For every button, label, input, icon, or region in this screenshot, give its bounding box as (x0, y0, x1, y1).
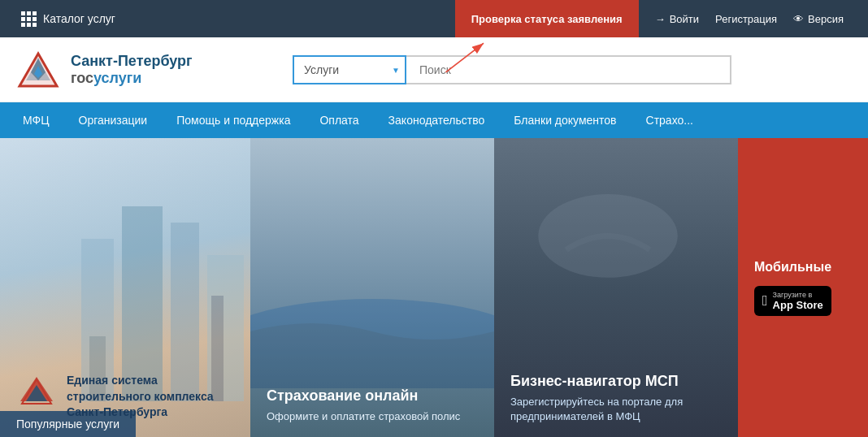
appstore-big-text: App Store (773, 299, 823, 311)
version-label: Версия (808, 13, 844, 25)
logo-uslugi: услуги (93, 70, 141, 86)
logo-area[interactable]: Санкт-Петербург госуслуги (16, 50, 244, 90)
card-2-desc: Оформите и оплатите страховой полис (267, 409, 478, 424)
card-construction[interactable]: Единая система строительного комплекса С… (0, 138, 250, 437)
card-4-title: Мобильные (754, 259, 831, 276)
search-category-wrapper: Услуги (293, 55, 406, 84)
catalog-button[interactable]: Каталог услуг (8, 0, 128, 37)
login-label: Войти (670, 13, 699, 25)
nav-item-organizations[interactable]: Организации (64, 102, 163, 138)
appstore-button[interactable]:  Загрузите в App Store (754, 286, 831, 316)
nav-item-payment[interactable]: Оплата (305, 102, 373, 138)
card-1-content: Единая система строительного комплекса С… (16, 373, 234, 421)
login-icon: → (655, 13, 666, 25)
search-area: Услуги (293, 55, 852, 84)
appstore-small-text: Загрузите в (773, 291, 823, 299)
blue-navigation: МФЦ Организации Помощь и поддержка Оплат… (0, 102, 868, 138)
register-label: Регистрация (715, 13, 777, 25)
nav-item-legislation[interactable]: Законодательство (374, 102, 500, 138)
version-link[interactable]: 👁 Версия (793, 13, 844, 25)
water-illustration (250, 266, 494, 388)
card-mobile-app[interactable]: Мобильные  Загрузите в App Store (738, 138, 868, 437)
nav-item-help[interactable]: Помощь и поддержка (162, 102, 305, 138)
construction-logo-icon (16, 373, 57, 413)
card-business[interactable]: Бизнес-навигатор МСП Зарегистрируйтесь н… (494, 138, 738, 437)
catalog-label: Каталог услуг (43, 12, 115, 25)
status-check-button[interactable]: Проверка статуса заявления (455, 0, 639, 37)
card-3-title: Бизнес-навигатор МСП (510, 373, 722, 390)
login-link[interactable]: → Войти (655, 13, 699, 25)
status-label: Проверка статуса заявления (471, 13, 623, 25)
nav-item-insurance[interactable]: Страхо... (631, 102, 708, 138)
card-3-content: Бизнес-навигатор МСП Зарегистрируйтесь н… (510, 373, 722, 424)
logo-icon (16, 50, 61, 90)
logo-city: Санкт-Петербург (71, 53, 193, 70)
register-link[interactable]: Регистрация (715, 13, 777, 25)
cards-area: Единая система строительного комплекса С… (0, 138, 868, 437)
grid-icon (21, 11, 37, 27)
card-1-title: Единая система строительного комплекса С… (67, 373, 234, 421)
nav-item-mfc[interactable]: МФЦ (8, 102, 64, 138)
svg-rect-6 (122, 206, 163, 401)
search-input[interactable] (406, 55, 731, 84)
logo-gos: гос (71, 70, 93, 86)
logo-service: госуслуги (71, 70, 193, 87)
header: Санкт-Петербург госуслуги Услуги (0, 37, 868, 102)
top-navigation: Каталог услуг Проверка статуса заявления… (0, 0, 868, 37)
apple-icon:  (762, 292, 768, 309)
card-2-content: Страхование онлайн Оформите и оплатите с… (267, 387, 478, 424)
appstore-text: Загрузите в App Store (773, 291, 823, 311)
handshake-illustration (510, 146, 705, 326)
search-category-select[interactable]: Услуги (293, 55, 406, 84)
eye-icon: 👁 (793, 13, 804, 25)
card-insurance[interactable]: Страхование онлайн Оформите и оплатите с… (250, 138, 494, 437)
nav-item-forms[interactable]: Бланки документов (499, 102, 631, 138)
card-2-title: Страхование онлайн (267, 387, 478, 405)
nav-links: → Войти Регистрация 👁 Версия (639, 13, 860, 25)
card-3-desc: Зарегистрируйтесь на портале для предпри… (510, 395, 722, 424)
logo-text: Санкт-Петербург госуслуги (71, 53, 193, 87)
